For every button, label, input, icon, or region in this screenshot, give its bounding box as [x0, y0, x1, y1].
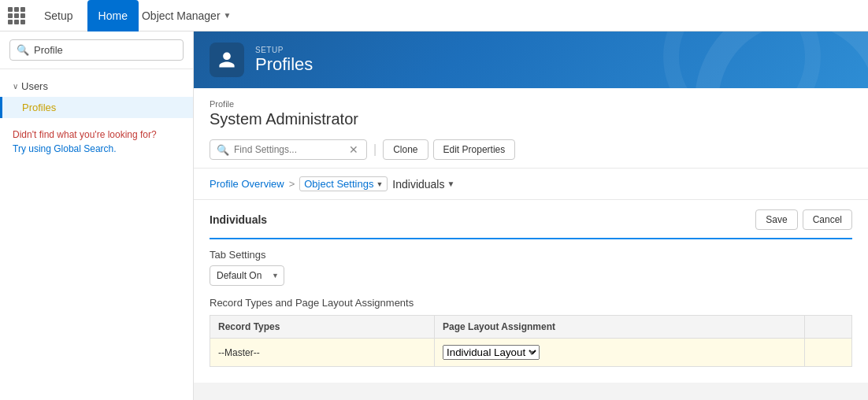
section-card: Individuals Save Cancel Tab Settings Def… — [194, 200, 868, 383]
find-settings-wrapper[interactable]: 🔍 ✕ — [210, 139, 367, 160]
row-extra-cell — [804, 339, 851, 367]
tab-settings-select-wrap[interactable]: Default On Default Off Tab Hidden — [210, 265, 284, 286]
tab-settings-label: Tab Settings — [210, 239, 852, 265]
record-types-section-label: Record Types and Page Layout Assignments — [210, 297, 852, 315]
toolbar-separator: | — [372, 143, 378, 157]
app-launcher-icon[interactable] — [8, 7, 25, 24]
sidebar-search-box[interactable]: 🔍 — [9, 39, 184, 61]
section-title-row: Individuals Save Cancel — [210, 200, 852, 239]
find-settings-search-icon: 🔍 — [217, 144, 229, 156]
profiles-header-banner: SETUP Profiles — [194, 31, 868, 88]
breadcrumb-object-settings-label: Object Settings — [304, 178, 373, 190]
global-search-link[interactable]: Try using Global Search. — [13, 143, 117, 154]
edit-properties-button[interactable]: Edit Properties — [433, 139, 516, 160]
record-type-master: --Master-- — [210, 339, 435, 367]
sidebar: 🔍 ∨ Users Profiles Didn't find what you'… — [0, 31, 194, 400]
users-chevron-icon: ∨ — [13, 82, 18, 91]
sidebar-hint: Didn't find what you're looking for? Try… — [0, 118, 193, 165]
sidebar-section-users[interactable]: ∨ Users — [0, 76, 193, 97]
main-content: SETUP Profiles Profile System Administra… — [194, 31, 868, 400]
nav-home[interactable]: Home — [87, 0, 139, 31]
section-title: Individuals — [210, 213, 267, 226]
profiles-icon — [210, 43, 244, 77]
profile-detail-header: Profile System Administrator — [194, 88, 868, 131]
save-button[interactable]: Save — [755, 209, 797, 230]
nav-object-manager[interactable]: Object Manager ▼ — [142, 9, 232, 22]
object-manager-chevron-icon: ▼ — [224, 11, 232, 20]
tab-settings-select[interactable]: Default On Default Off Tab Hidden — [210, 265, 284, 286]
breadcrumb-profile-overview-link[interactable]: Profile Overview — [210, 178, 284, 190]
sidebar-search-input[interactable] — [34, 44, 176, 56]
person-icon — [217, 50, 236, 69]
clone-button[interactable]: Clone — [383, 139, 428, 160]
breadcrumb-current[interactable]: Individuals ▼ — [392, 178, 454, 191]
table-row: --Master-- Individual Layout Other Layou… — [210, 339, 852, 367]
profile-name: System Administrator — [210, 110, 852, 128]
nav-setup[interactable]: Setup — [33, 0, 84, 31]
col-page-layout: Page Layout Assignment — [435, 316, 805, 339]
cancel-button[interactable]: Cancel — [803, 209, 852, 230]
toolbar: 🔍 ✕ | Clone Edit Properties — [194, 131, 868, 169]
top-nav: Setup Home Object Manager ▼ — [0, 0, 868, 31]
profiles-header-title: Profiles — [255, 54, 313, 75]
record-types-section: Record Types and Page Layout Assignments… — [210, 297, 852, 367]
profile-breadcrumb-label: Profile — [210, 99, 852, 109]
setup-sublabel: SETUP — [255, 46, 313, 54]
breadcrumb-sep: > — [289, 178, 295, 190]
page-layout-select[interactable]: Individual Layout Other Layout — [443, 345, 540, 360]
breadcrumb-current-arrow-icon: ▼ — [447, 180, 454, 188]
profiles-header-text: SETUP Profiles — [255, 46, 313, 75]
content-area: Profile System Administrator 🔍 ✕ | Clone… — [194, 88, 868, 383]
sidebar-search-icon: 🔍 — [17, 44, 29, 56]
breadcrumb-nav: Profile Overview > Object Settings ▼ Ind… — [194, 169, 868, 200]
sidebar-item-profiles[interactable]: Profiles — [0, 97, 193, 118]
sidebar-nav: ∨ Users Profiles Didn't find what you're… — [0, 69, 193, 400]
breadcrumb-object-settings-dropdown[interactable]: Object Settings ▼ — [299, 176, 388, 191]
object-settings-dropdown-arrow-icon: ▼ — [376, 180, 383, 188]
find-settings-input[interactable] — [234, 144, 343, 155]
section-actions: Save Cancel — [755, 209, 852, 230]
sidebar-section-users-label: Users — [21, 80, 48, 92]
breadcrumb-current-label: Individuals — [392, 178, 444, 191]
col-extra — [804, 316, 851, 339]
sidebar-search-container: 🔍 — [0, 31, 193, 69]
find-settings-clear-button[interactable]: ✕ — [347, 143, 360, 156]
record-types-table: Record Types Page Layout Assignment --Ma… — [210, 315, 852, 367]
col-record-types: Record Types — [210, 316, 435, 339]
page-layout-cell: Individual Layout Other Layout — [435, 339, 805, 367]
page-layout-select-wrap[interactable]: Individual Layout Other Layout — [443, 345, 540, 360]
